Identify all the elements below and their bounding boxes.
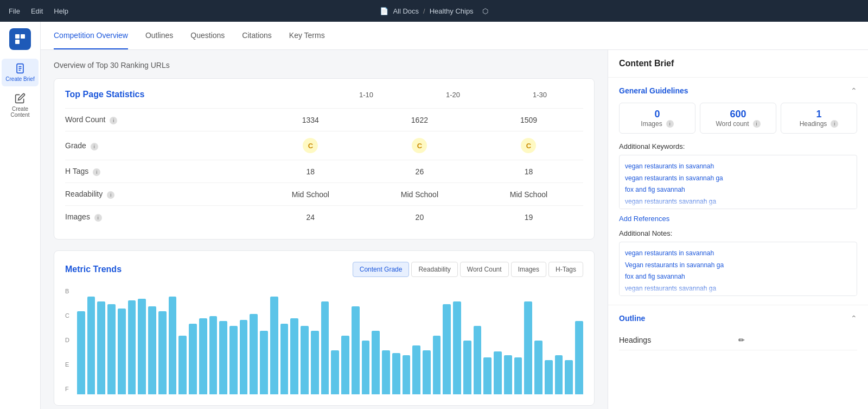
trend-tab-readability[interactable]: Readability [411, 262, 457, 277]
note-item: vegan restaurants savannah [625, 294, 851, 296]
info-icon[interactable]: i [91, 143, 98, 150]
additional-keywords-label: Additional Keywords: [619, 142, 857, 150]
outline-header: Outline ⌃ [619, 314, 857, 323]
note-item: vegan restaurants in savannah [625, 248, 851, 260]
y-label: B [65, 288, 73, 294]
app-logo[interactable] [9, 28, 31, 50]
info-icon[interactable]: i [666, 120, 674, 128]
note-item: Vegan restaurants in savannah ga [625, 260, 851, 272]
info-icon[interactable]: i [93, 168, 100, 176]
chart-bar [362, 341, 370, 394]
keyword-item: vegan restaurants savannah [625, 207, 851, 209]
stat-images: 0 Images i [619, 103, 695, 134]
tab-questions[interactable]: Questions [190, 22, 225, 49]
y-label: F [65, 386, 73, 392]
chart-bar [514, 357, 522, 394]
chart-bar [352, 306, 360, 394]
add-references-link[interactable]: Add References [619, 215, 857, 223]
trend-tabs: Content Grade Readability Word Count Ima… [353, 262, 583, 277]
chart-bar [463, 341, 471, 394]
grade-cell: C [474, 131, 583, 160]
general-guidelines-title: General Guidelines [619, 86, 851, 95]
outline-title: Outline [619, 314, 851, 323]
all-docs-link[interactable]: All Docs [393, 7, 419, 15]
chart-bar [199, 318, 207, 394]
keyword-item: vegan restaurants savannah ga [625, 196, 851, 208]
stat-word-count-num: 600 [706, 109, 770, 120]
chart-bar [77, 311, 85, 394]
sidebar-item-create-brief[interactable]: Create Brief [2, 59, 39, 86]
row-value: 20 [365, 206, 474, 229]
tab-competition-overview[interactable]: Competition Overview [54, 22, 128, 49]
info-icon[interactable]: i [831, 120, 838, 128]
nav-help[interactable]: Help [54, 7, 68, 15]
row-value: 18 [474, 160, 583, 183]
table-row: Word Count i 1334 1622 1509 [65, 109, 583, 131]
notes-box: vegan restaurants in savannah Vegan rest… [619, 242, 857, 296]
chart-bar [290, 318, 298, 394]
info-icon[interactable]: i [110, 117, 117, 124]
nav-edit[interactable]: Edit [31, 7, 43, 15]
chevron-up-icon[interactable]: ⌃ [851, 314, 857, 323]
col-headers: 1-10 1-20 1-30 [323, 91, 583, 99]
chart-bar [504, 355, 512, 394]
chart-bar [169, 297, 177, 394]
nav-file[interactable]: File [9, 7, 20, 15]
chart-bar [423, 350, 431, 394]
chart-bar [443, 304, 451, 394]
doc-icon: 📄 [380, 7, 388, 15]
tab-key-terms[interactable]: Key Terms [289, 22, 325, 49]
sidebar-item-create-content[interactable]: Create Content [2, 89, 39, 122]
doc-name: Healthy Chips [430, 7, 474, 15]
share-icon[interactable]: ⬡ [482, 7, 488, 15]
keyword-item: vegan restaurants in savannah [625, 161, 851, 173]
trend-tab-images[interactable]: Images [511, 262, 546, 277]
content-area: Overview of Top 30 Ranking URLs Top Page… [41, 50, 868, 409]
chart-bar [97, 301, 105, 394]
stats-table: Word Count i 1334 1622 1509 Grade i [65, 108, 583, 228]
stat-images-label: Images i [625, 120, 690, 128]
tab-citations[interactable]: Citations [242, 22, 271, 49]
trend-tab-h-tags[interactable]: H-Tags [548, 262, 583, 277]
note-item: fox and fig savannah [625, 271, 851, 283]
svg-rect-1 [21, 34, 25, 39]
chart-bar [341, 336, 349, 394]
chart-bar [260, 331, 268, 394]
chart-bar [453, 301, 461, 394]
chart-bar [331, 350, 339, 394]
chart-bar [240, 320, 248, 394]
chevron-up-icon[interactable]: ⌃ [851, 86, 857, 95]
outline-edit-icon[interactable]: ✏ [738, 336, 858, 344]
tabs-bar: Competition Overview Outlines Questions … [41, 22, 868, 50]
row-label: H Tags i [65, 160, 256, 183]
content-brief-title: Content Brief [608, 50, 868, 78]
trends-header: Metric Trends Content Grade Readability … [65, 262, 583, 277]
right-panel: Content Brief General Guidelines ⌃ 0 Ima… [608, 50, 868, 409]
stats-card: Top Page Statistics 1-10 1-20 1-30 Word … [54, 78, 595, 240]
trend-tab-word-count[interactable]: Word Count [460, 262, 509, 277]
overview-subtitle: Overview of Top 30 Ranking URLs [54, 61, 595, 70]
chart-bar [483, 357, 492, 394]
svg-rect-2 [15, 40, 20, 44]
info-icon[interactable]: i [107, 191, 114, 199]
grade-badge: C [303, 138, 318, 153]
tab-outlines[interactable]: Outlines [145, 22, 173, 49]
chart-bar [311, 331, 319, 394]
col-1-20: 1-20 [410, 91, 496, 99]
trends-title: Metric Trends [65, 265, 346, 274]
chart-bar [158, 311, 167, 394]
chart-bar [107, 304, 116, 394]
chart-bar [118, 309, 126, 394]
sidebar: Create Brief Create Content [0, 22, 41, 409]
table-row: Images i 24 20 19 [65, 206, 583, 229]
table-row: Grade i C C C [65, 131, 583, 160]
grade-cell: C [365, 131, 474, 160]
row-label: Grade i [65, 131, 256, 160]
sidebar-item-label: Create Brief [5, 76, 34, 82]
chart-bar [565, 360, 573, 394]
trend-tab-content-grade[interactable]: Content Grade [353, 262, 410, 277]
row-value: 26 [365, 160, 474, 183]
info-icon[interactable]: i [94, 214, 102, 222]
info-icon[interactable]: i [753, 120, 761, 128]
chart-bars [77, 286, 583, 394]
